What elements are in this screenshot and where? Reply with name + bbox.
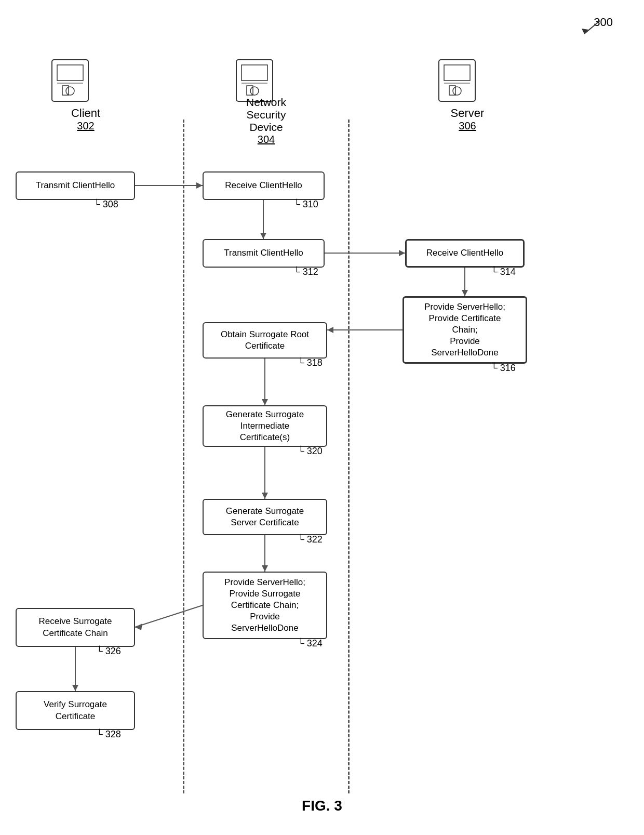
svg-point-9: [250, 87, 259, 95]
client-server-icon: [49, 57, 93, 107]
transmit-clienthello-nsd-box: Transmit ClientHello: [203, 239, 325, 268]
ref-320: └ 320: [298, 446, 323, 457]
transmit-clienthello-box: Transmit ClientHello: [16, 171, 135, 200]
ref-326: └ 326: [96, 646, 121, 657]
obtain-surrogate-root-box: Obtain Surrogate Root Certificate: [203, 322, 327, 359]
ref-310: └ 310: [293, 199, 318, 210]
ref-328: └ 328: [96, 729, 121, 740]
svg-rect-3: [57, 65, 83, 81]
svg-rect-8: [242, 65, 267, 81]
ref-312: └ 312: [293, 267, 318, 277]
ref-324: └ 324: [298, 638, 323, 649]
receive-surrogate-chain-box: Receive Surrogate Certificate Chain: [16, 608, 135, 647]
svg-marker-32: [262, 565, 268, 572]
ref-316: └ 316: [491, 363, 516, 374]
ref-314: └ 314: [491, 267, 516, 277]
svg-marker-28: [262, 399, 268, 405]
svg-marker-22: [399, 250, 405, 256]
client-label: Client 302: [55, 107, 117, 132]
ref-318: └ 318: [298, 357, 323, 368]
svg-rect-13: [444, 65, 470, 81]
receive-clienthello-nsd-box: Receive ClientHello: [203, 171, 325, 200]
ref-322: └ 322: [298, 534, 323, 545]
svg-marker-36: [72, 685, 78, 691]
dashed-line-left: [183, 120, 184, 793]
svg-marker-30: [262, 493, 268, 499]
svg-line-0: [584, 21, 600, 34]
generate-surrogate-intermediate-box: Generate Surrogate Intermediate Certific…: [203, 405, 327, 447]
svg-line-33: [135, 605, 203, 627]
svg-marker-34: [135, 624, 142, 630]
verify-surrogate-cert-box: Verify Surrogate Certificate: [16, 691, 135, 730]
generate-surrogate-server-box: Generate Surrogate Server Certificate: [203, 499, 327, 535]
svg-marker-20: [260, 233, 266, 239]
svg-point-4: [66, 87, 74, 95]
svg-point-14: [453, 87, 461, 95]
server-server-icon: [436, 57, 480, 107]
svg-marker-18: [196, 182, 203, 189]
fig-label: FIG. 3: [302, 798, 342, 814]
ref-308: └ 308: [93, 199, 118, 210]
provide-serverhello-srv-box: Provide ServerHello; Provide Certificate…: [403, 296, 527, 364]
diagram: 300 Client 302 NetworkSecurityDevice 304: [0, 0, 644, 835]
arrow-300-icon: [579, 18, 610, 39]
svg-marker-24: [462, 290, 468, 296]
receive-clienthello-srv-box: Receive ClientHello: [405, 239, 525, 268]
svg-marker-26: [327, 327, 333, 333]
provide-serverhello-nsd-box: Provide ServerHello; Provide Surrogate C…: [203, 572, 327, 639]
server-label: Server 306: [436, 107, 499, 132]
nsd-label: NetworkSecurityDevice 304: [229, 96, 304, 145]
dashed-line-right: [348, 120, 350, 793]
